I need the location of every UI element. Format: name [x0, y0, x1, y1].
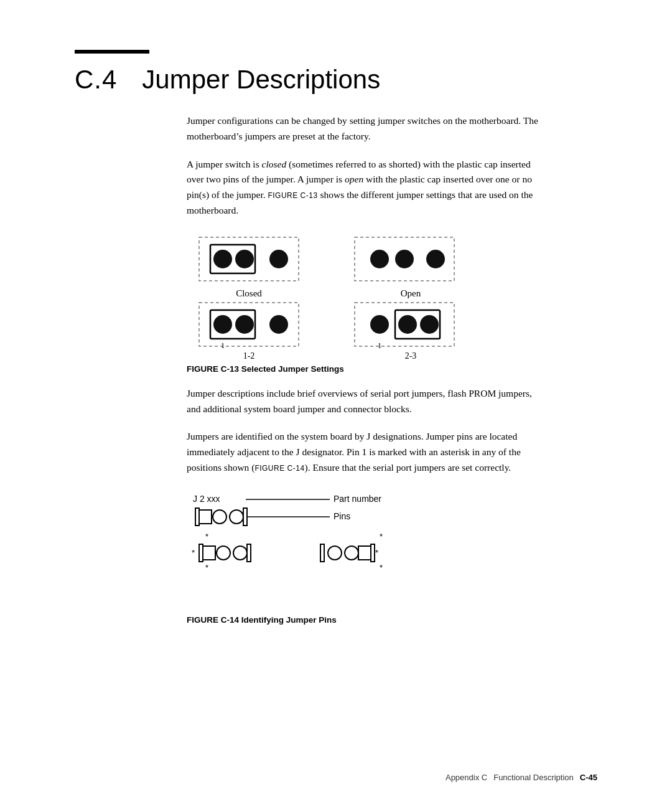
page: C.4 Jumper Descriptions Jumper configura…: [0, 0, 672, 807]
jumper-pins-svg: J 2 xxx Part number Pins * *: [187, 488, 498, 606]
svg-point-45: [345, 546, 358, 560]
svg-text:1-2: 1-2: [243, 351, 255, 361]
paragraph-4: Jumpers are identified on the system boa…: [187, 429, 548, 475]
svg-text:Pins: Pins: [334, 511, 350, 521]
svg-point-30: [213, 510, 226, 524]
svg-rect-46: [358, 546, 371, 560]
svg-text:*: *: [375, 548, 378, 557]
svg-rect-32: [243, 508, 247, 526]
paragraph-2: A jumper switch is closed (sometimes ref…: [187, 157, 548, 219]
svg-rect-43: [320, 544, 324, 562]
svg-point-41: [233, 546, 247, 560]
svg-text:1: 1: [378, 341, 382, 350]
svg-point-22: [420, 315, 439, 334]
svg-text:Closed: Closed: [236, 288, 262, 298]
svg-point-2: [213, 250, 232, 268]
paragraph-3: Jumper descriptions include brief overvi…: [187, 386, 548, 417]
svg-text:*: *: [205, 532, 208, 541]
svg-point-4: [269, 250, 288, 268]
caption-bold: FIGURE C-13 Selected Jumper Settings: [187, 364, 344, 374]
svg-text:J 2 xxx: J 2 xxx: [193, 494, 220, 504]
svg-text:Open: Open: [401, 288, 421, 298]
svg-point-3: [235, 250, 254, 268]
svg-rect-39: [203, 546, 215, 560]
svg-rect-42: [247, 544, 251, 562]
svg-point-9: [426, 250, 445, 268]
svg-rect-29: [199, 510, 212, 524]
svg-point-31: [230, 510, 243, 524]
svg-text:2-3: 2-3: [405, 351, 417, 361]
footer: Appendix C Functional Description C-45: [446, 773, 597, 782]
figure-c13-diagram: Closed Open 1 1-2: [187, 231, 548, 358]
paragraph-1: Jumper configurations can be changed by …: [187, 113, 548, 144]
svg-text:*: *: [380, 532, 383, 541]
figure-c14-caption: FIGURE C-14 Identifying Jumper Pins: [187, 615, 548, 625]
footer-section: Functional Description: [493, 773, 574, 782]
footer-appendix: Appendix C: [446, 773, 487, 782]
svg-text:*: *: [205, 563, 208, 572]
svg-point-15: [269, 315, 288, 334]
caption-c14-bold: FIGURE C-14 Identifying Jumper Pins: [187, 615, 337, 625]
footer-page: C-45: [580, 773, 597, 782]
svg-text:*: *: [192, 548, 195, 557]
svg-point-21: [398, 315, 417, 334]
jumper-settings-svg: Closed Open 1 1-2: [187, 231, 529, 356]
section-header: C.4 Jumper Descriptions: [75, 65, 597, 95]
svg-point-14: [235, 315, 254, 334]
svg-rect-47: [371, 544, 375, 562]
section-number: C.4: [75, 65, 117, 95]
svg-point-40: [217, 546, 230, 560]
svg-text:1: 1: [221, 341, 225, 350]
top-rule: [75, 50, 149, 54]
svg-point-7: [370, 250, 389, 268]
svg-point-44: [328, 546, 342, 560]
svg-text:*: *: [380, 563, 383, 572]
svg-text:Part number: Part number: [334, 494, 381, 504]
svg-point-20: [370, 315, 389, 334]
svg-point-8: [395, 250, 414, 268]
figure-c14-diagram: J 2 xxx Part number Pins * *: [187, 488, 548, 609]
section-title-text: Jumper Descriptions: [142, 65, 380, 95]
figure-c13-caption: FIGURE C-13 Selected Jumper Settings: [187, 364, 548, 374]
svg-point-13: [213, 315, 232, 334]
